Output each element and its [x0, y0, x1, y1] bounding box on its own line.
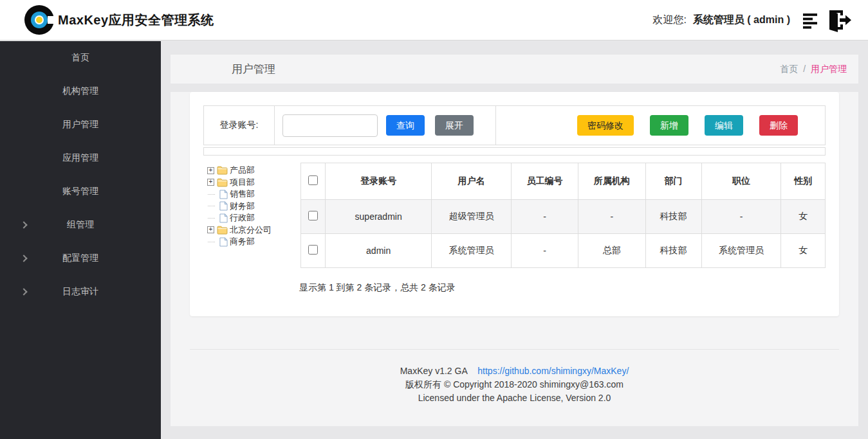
tree-node-admin-dept[interactable]: 行政部: [207, 212, 299, 224]
table-row[interactable]: admin 系统管理员 - 总部 科技部 系统管理员 女: [301, 234, 826, 268]
breadcrumb-current: 用户管理: [811, 64, 847, 74]
tree-node-label: 商务部: [230, 236, 255, 247]
tree-node-label: 行政部: [230, 212, 255, 224]
app-window: MaxKey应用安全管理系统 欢迎您: 系统管理员 ( admin ) 首页: [0, 0, 868, 439]
menu-list-icon[interactable]: [803, 12, 820, 29]
tree-node-business-dept[interactable]: 商务部: [207, 236, 299, 248]
select-all-checkbox[interactable]: [308, 175, 318, 185]
content-panel: 登录账号: 查询 展开 密码修改 新增 编辑 删除: [171, 92, 858, 426]
search-toolbar: 登录账号: 查询 展开 密码修改 新增 编辑 删除: [203, 105, 826, 145]
file-icon: [219, 213, 228, 223]
cell-position: -: [701, 200, 781, 234]
row-checkbox[interactable]: [308, 211, 318, 220]
tree-connector: [207, 191, 217, 198]
footer-github-link[interactable]: https://github.com/shimingxy/MaxKey/: [477, 366, 629, 376]
pagination-summary: 显示第 1 到第 2 条记录，总共 2 条记录: [299, 282, 839, 294]
sidebar-item-label: 配置管理: [62, 253, 98, 264]
select-all-cell: [301, 163, 326, 200]
folder-icon: [217, 226, 228, 235]
sidebar-item-config-management[interactable]: 配置管理: [0, 242, 161, 275]
folder-icon: [217, 166, 228, 175]
table-header-row: 登录账号 用户名 员工编号 所属机构 部门 职位 性别: [301, 163, 826, 200]
logout-icon[interactable]: [823, 8, 851, 32]
sidebar-item-log-audit[interactable]: 日志审计: [0, 275, 161, 309]
department-tree: 产品部 项目部: [207, 163, 299, 268]
user-table: 登录账号 用户名 员工编号 所属机构 部门 职位 性别: [300, 163, 826, 268]
sidebar-item-home[interactable]: 首页: [0, 41, 161, 75]
sidebar-item-app-management[interactable]: 应用管理: [0, 141, 161, 175]
tree-node-finance-dept[interactable]: 财务部: [207, 201, 299, 213]
tree-expand-icon[interactable]: [207, 167, 214, 174]
tree-expand-icon[interactable]: [207, 226, 214, 233]
tree-node-project-dept[interactable]: 项目部: [207, 177, 299, 189]
sidebar-item-label: 用户管理: [62, 119, 98, 130]
column-header: 所属机构: [578, 163, 645, 200]
page-footer: MaxKey v1.2 GA https://github.com/shimin…: [171, 364, 858, 405]
chevron-right-icon: [20, 221, 27, 228]
breadcrumb-separator: /: [803, 64, 806, 74]
footer-divider: [190, 349, 839, 350]
tree-connector: [207, 238, 217, 246]
cell-gender: 女: [781, 234, 826, 268]
file-icon: [219, 190, 228, 199]
cell-login-account: superadmin: [326, 200, 432, 234]
cell-organization: 总部: [578, 234, 645, 268]
sidebar-nav: 首页 机构管理 用户管理 应用管理 账号管理 组管理 配置管理 日志审计: [0, 41, 161, 439]
folder-icon: [217, 178, 228, 187]
tree-node-label: 财务部: [230, 201, 255, 212]
main-content: 用户管理 首页 / 用户管理 登录账号: 查询 展开 密码修改: [161, 41, 868, 439]
collapsed-advanced-search-strip: [203, 147, 826, 156]
tree-node-label: 销售部: [230, 188, 255, 200]
action-buttons: 密码修改 新增 编辑 删除: [495, 106, 825, 145]
column-header: 部门: [645, 163, 701, 200]
tree-node-product-dept[interactable]: 产品部: [207, 165, 299, 177]
tree-node-beijing-branch[interactable]: 北京分公司: [207, 224, 299, 237]
login-account-input[interactable]: [282, 114, 378, 137]
edit-button[interactable]: 编辑: [705, 115, 743, 136]
add-button[interactable]: 新增: [650, 115, 688, 136]
page-title-bar: 用户管理 首页 / 用户管理: [171, 55, 858, 84]
row-checkbox[interactable]: [308, 245, 318, 255]
file-icon: [219, 237, 228, 247]
user-management-card: 登录账号: 查询 展开 密码修改 新增 编辑 删除: [190, 92, 839, 316]
app-title: MaxKey应用安全管理系统: [58, 12, 214, 29]
sidebar-item-label: 应用管理: [62, 152, 98, 164]
table-row[interactable]: superadmin 超级管理员 - - 科技部 - 女: [301, 200, 826, 234]
query-button[interactable]: 查询: [386, 115, 425, 136]
welcome-label: 欢迎您:: [652, 13, 686, 27]
sidebar-item-group-management[interactable]: 组管理: [0, 208, 161, 242]
sidebar-item-account-management[interactable]: 账号管理: [0, 175, 161, 208]
sidebar-item-org-management[interactable]: 机构管理: [0, 75, 161, 108]
change-password-button[interactable]: 密码修改: [577, 115, 634, 136]
expand-button[interactable]: 展开: [435, 115, 474, 136]
cell-organization: -: [578, 200, 645, 234]
page-title: 用户管理: [232, 62, 275, 76]
breadcrumb-home-link[interactable]: 首页: [780, 64, 798, 74]
chevron-right-icon: [20, 255, 27, 262]
cell-login-account: admin: [326, 234, 432, 268]
delete-button[interactable]: 删除: [759, 115, 798, 136]
cell-department: 科技部: [645, 200, 701, 234]
tree-node-label: 产品部: [230, 165, 255, 176]
user-table-wrap: 登录账号 用户名 员工编号 所属机构 部门 职位 性别: [300, 163, 826, 268]
chevron-right-icon: [20, 288, 27, 295]
sidebar-item-label: 首页: [71, 52, 89, 64]
footer-copyright: 版权所有 © Copyright 2018-2020 shimingxy@163…: [171, 378, 858, 391]
breadcrumb: 首页 / 用户管理: [780, 64, 847, 75]
sidebar-item-user-management[interactable]: 用户管理: [0, 108, 161, 141]
column-header: 员工编号: [511, 163, 578, 200]
column-header: 职位: [701, 163, 781, 200]
sidebar-item-label: 日志审计: [62, 286, 98, 298]
footer-license: Licensed under the Apache License, Versi…: [171, 391, 858, 405]
current-user: 系统管理员 ( admin ): [693, 13, 790, 27]
tree-node-label: 北京分公司: [230, 224, 272, 236]
tree-node-sales-dept[interactable]: 销售部: [207, 188, 299, 201]
cell-department: 科技部: [645, 234, 701, 268]
maxkey-logo-icon: [24, 5, 54, 35]
tree-node-label: 项目部: [230, 177, 255, 188]
tree-connector: [207, 202, 217, 210]
column-header: 用户名: [432, 163, 512, 200]
tree-expand-icon[interactable]: [207, 179, 214, 186]
sidebar-item-label: 账号管理: [62, 186, 98, 197]
cell-gender: 女: [781, 200, 826, 234]
